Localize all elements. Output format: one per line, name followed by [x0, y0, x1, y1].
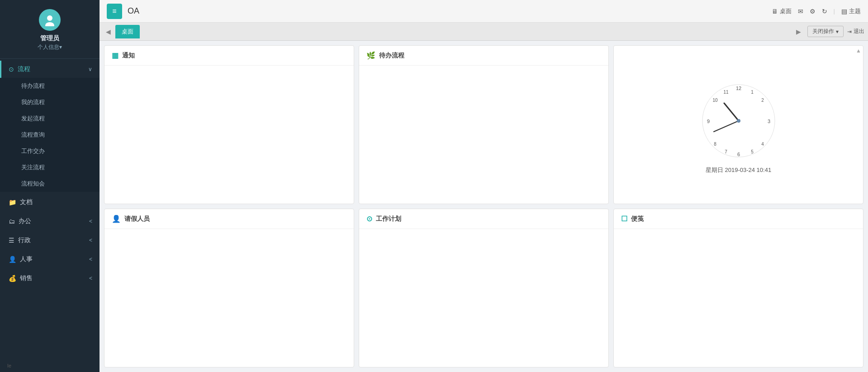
mail-icon: ✉	[798, 8, 803, 15]
clock-icon: ⊙	[366, 215, 372, 223]
sidebar-item-label: 行政	[18, 236, 31, 244]
app-title: OA	[128, 6, 139, 16]
chevron-left-icon-3: <	[89, 256, 92, 262]
svg-text:5: 5	[751, 149, 754, 154]
sidebar-item-process[interactable]: ⊙ 流程 ∨	[0, 61, 100, 78]
refresh-icon: ↻	[822, 8, 827, 15]
widget-notice-title: 通知	[122, 52, 135, 60]
widget-work-plan-body	[359, 229, 608, 367]
theme-button[interactable]: ▤ 主题	[841, 7, 861, 15]
widget-leave-title: 请假人员	[124, 215, 150, 223]
widget-work-plan-title: 工作计划	[376, 215, 401, 223]
chevron-down-icon: ▾	[836, 29, 839, 35]
list-icon: ☰	[9, 237, 14, 244]
widget-sticky-note: ☐ 便笺	[613, 209, 863, 367]
svg-text:3: 3	[767, 119, 770, 124]
sidebar-item-start-process[interactable]: 发起流程	[0, 110, 100, 127]
sidebar-item-label: 销售	[20, 274, 33, 282]
money-icon: 💰	[9, 275, 16, 282]
widget-leave-body	[104, 229, 354, 367]
widget-leave: 👤 请假人员	[104, 209, 354, 367]
svg-point-0	[47, 15, 52, 21]
main-area: ≡ OA 🖥 桌面 ✉ ⚙ ↻ | ▤ 主题 ◀ 桌面	[100, 0, 868, 372]
exit-label: 退出	[854, 28, 864, 35]
close-operations-button[interactable]: 关闭操作 ▾	[807, 26, 844, 37]
sidebar-nav: ⊙ 流程 ∨ 待办流程 我的流程 发起流程 流程查询 工作交办 关注流程 流程知…	[0, 59, 100, 359]
widget-notice-body	[104, 66, 354, 204]
sidebar: 管理员 个人信息▾ ⊙ 流程 ∨ 待办流程 我的流程 发起流程 流程查询 工作交…	[0, 0, 100, 372]
widget-notice-header: ▦ 通知	[104, 46, 354, 66]
widget-pending-body	[359, 66, 608, 204]
sidebar-item-process-notice[interactable]: 流程知会	[0, 176, 100, 192]
svg-text:2: 2	[761, 98, 764, 103]
gear-icon: ⚙	[810, 8, 816, 15]
mail-button[interactable]: ✉	[798, 8, 803, 15]
widget-sticky-note-body	[614, 229, 863, 367]
sidebar-item-pending-process[interactable]: 待办流程	[0, 78, 100, 94]
topbar: ≡ OA 🖥 桌面 ✉ ⚙ ↻ | ▤ 主题	[100, 0, 868, 23]
svg-text:4: 4	[761, 142, 764, 147]
sidebar-item-sales[interactable]: 💰 销售 <	[0, 270, 100, 287]
sidebar-item-office[interactable]: 🗂 办公 <	[0, 213, 100, 230]
sidebar-item-process-query[interactable]: 流程查询	[0, 127, 100, 143]
tab-prev-button[interactable]: ◀	[103, 27, 114, 36]
sidebar-item-label: 办公	[19, 217, 31, 225]
widget-leave-header: 👤 请假人员	[104, 209, 354, 229]
sidebar-item-document[interactable]: 📁 文档	[0, 194, 100, 211]
sticky-note-icon: ☐	[621, 215, 627, 223]
avatar	[39, 9, 61, 31]
svg-text:12: 12	[735, 86, 741, 91]
settings-button[interactable]: ⚙	[810, 8, 816, 15]
nav-section-admin: ☰ 行政 <	[0, 232, 100, 249]
sidebar-item-my-process[interactable]: 我的流程	[0, 94, 100, 110]
svg-point-17	[737, 119, 740, 123]
nav-section-document: 📁 文档	[0, 194, 100, 211]
tab-desktop[interactable]: 桌面	[115, 25, 140, 38]
briefcase-icon: 🗂	[9, 218, 15, 225]
person-leave-icon: 👤	[112, 215, 121, 223]
chevron-left-icon-2: <	[89, 237, 92, 243]
sidebar-item-hr[interactable]: 👤 人事 <	[0, 251, 100, 268]
tabbar-right: ▶ 关闭操作 ▾ ⇥ 退出	[793, 26, 864, 37]
svg-text:10: 10	[712, 98, 718, 103]
sidebar-item-follow-process[interactable]: 关注流程	[0, 159, 100, 176]
clock-datetime: 星期日 2019-03-24 10:41	[706, 166, 771, 174]
sidebar-item-label: 流程	[18, 65, 30, 73]
desktop-label: 桌面	[780, 7, 792, 15]
sidebar-item-label: 人事	[20, 255, 33, 263]
sidebar-item-admin[interactable]: ☰ 行政 <	[0, 232, 100, 249]
close-ops-label: 关闭操作	[812, 28, 834, 35]
profile-link[interactable]: 个人信息▾	[38, 43, 62, 51]
sidebar-item-work-transfer[interactable]: 工作交办	[0, 143, 100, 159]
scroll-up-button[interactable]: ▲	[856, 48, 861, 54]
process-sub-items: 待办流程 我的流程 发起流程 流程查询 工作交办 关注流程 流程知会	[0, 78, 100, 192]
widget-work-plan: ⊙ 工作计划	[359, 209, 609, 367]
widget-sticky-note-title: 便笺	[631, 215, 644, 223]
hamburger-button[interactable]: ≡	[107, 4, 122, 19]
sidebar-item-label: 文档	[20, 198, 33, 206]
widget-clock: 12 3 6 9 2 4 8 10 1 11 7 5	[613, 45, 863, 204]
person-icon: 👤	[9, 256, 16, 263]
exit-button[interactable]: ⇥ 退出	[847, 28, 864, 35]
username-label: 管理员	[40, 34, 59, 43]
svg-text:8: 8	[714, 142, 716, 147]
desktop-button[interactable]: 🖥 桌面	[772, 7, 792, 15]
tabbar: ◀ 桌面 ▶ 关闭操作 ▾ ⇥ 退出	[100, 23, 868, 41]
widget-pending-header: 🌿 待办流程	[359, 46, 608, 66]
widget-pending-title: 待办流程	[379, 52, 404, 60]
clock-face: 12 3 6 9 2 4 8 10 1 11 7 5	[698, 80, 779, 162]
leaf-icon: 🌿	[366, 51, 375, 60]
process-icon: ⊙	[9, 66, 14, 73]
refresh-button[interactable]: ↻	[822, 8, 827, 15]
widget-sticky-note-header: ☐ 便笺	[614, 209, 863, 229]
theme-label: 主题	[849, 7, 861, 15]
svg-text:7: 7	[725, 149, 727, 154]
nav-section-hr: 👤 人事 <	[0, 251, 100, 268]
tab-next-button[interactable]: ▶	[793, 27, 804, 36]
chevron-left-icon: <	[89, 218, 92, 224]
svg-text:9: 9	[707, 119, 709, 124]
nav-section-process: ⊙ 流程 ∨ 待办流程 我的流程 发起流程 流程查询 工作交办 关注流程 流程知…	[0, 61, 100, 192]
sidebar-user-section: 管理员 个人信息▾	[0, 0, 100, 59]
svg-text:1: 1	[751, 90, 754, 95]
content-area: ▦ 通知 🌿 待办流程 12 3 6	[100, 41, 868, 372]
